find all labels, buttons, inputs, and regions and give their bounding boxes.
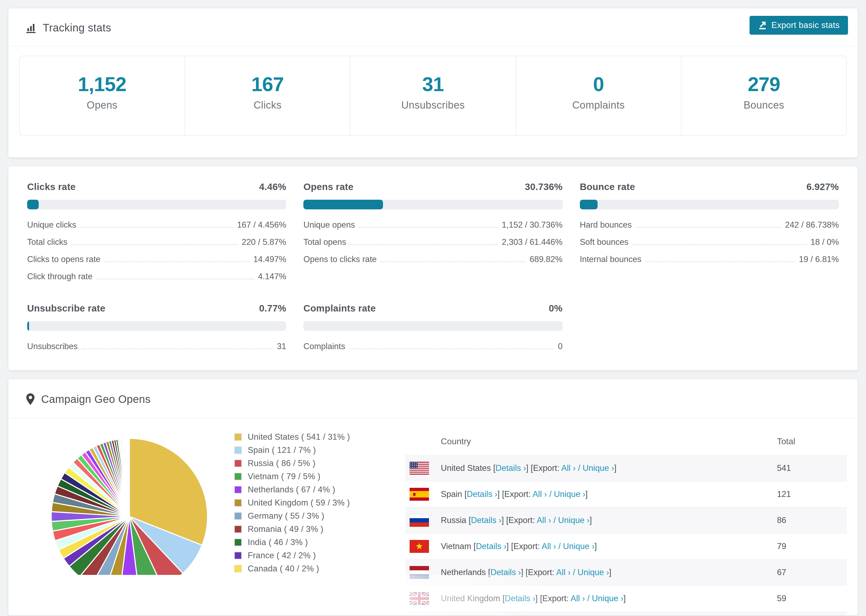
rate-row-value: 14.497% bbox=[254, 255, 286, 264]
dotted-leader bbox=[636, 227, 781, 228]
rate-row-label: Complaints bbox=[303, 342, 345, 351]
opens-rate-block: Opens rate30.736%Unique opens1,152 / 30.… bbox=[303, 181, 562, 281]
complaints-rate-title: Complaints rate bbox=[303, 303, 376, 314]
rate-detail-row-unsubscribes: Unsubscribes31 bbox=[27, 342, 286, 351]
bracket: ] [ bbox=[497, 489, 504, 499]
legend-swatch bbox=[234, 591, 242, 599]
stat-value: 279 bbox=[682, 73, 846, 96]
total-column-header: Total bbox=[777, 437, 847, 446]
bracket: ] bbox=[586, 489, 588, 499]
legend-item-france[interactable]: France ( 42 / 2% ) bbox=[234, 551, 395, 560]
legend-swatch bbox=[234, 605, 242, 612]
legend-swatch bbox=[234, 512, 242, 520]
legend-item-netherlands[interactable]: Netherlands ( 67 / 4% ) bbox=[234, 485, 395, 495]
legend-item-united-states[interactable]: United States ( 541 / 31% ) bbox=[234, 432, 395, 442]
tracking-stats-card: Tracking stats Export basic stats 1,152O… bbox=[8, 8, 858, 157]
unsubscribe-rate-block: Unsubscribe rate0.77%Unsubscribes31 bbox=[27, 303, 286, 351]
legend-label: Brazil ( 33 / 2% ) bbox=[248, 590, 311, 600]
rate-row-value: 1,152 / 30.736% bbox=[502, 220, 563, 230]
legend-label: Romania ( 49 / 3% ) bbox=[248, 524, 323, 534]
export-all-link[interactable]: All › bbox=[532, 489, 547, 499]
legend-item-india[interactable]: India ( 46 / 3% ) bbox=[234, 537, 395, 547]
legend-item-south-africa[interactable]: South Africa ( 29 / 2% ) bbox=[234, 603, 395, 613]
geo-country-cell: Russia [Details ›] [Export: All › / Uniq… bbox=[441, 515, 777, 525]
legend-label: Netherlands ( 67 / 4% ) bbox=[248, 485, 335, 495]
export-unique-link[interactable]: Unique › bbox=[583, 464, 614, 473]
bracket: ] bbox=[614, 464, 616, 473]
legend-label: India ( 46 / 3% ) bbox=[248, 537, 308, 547]
stat-cell-clicks: 167Clicks bbox=[184, 56, 350, 135]
export-basic-stats-button[interactable]: Export basic stats bbox=[749, 16, 848, 35]
legend-swatch bbox=[234, 460, 242, 467]
country-name: United Kingdom bbox=[441, 594, 502, 603]
bracket: ] [ bbox=[506, 542, 513, 551]
bounce-rate-progress-bar bbox=[580, 200, 839, 209]
details-link[interactable]: Details › bbox=[476, 542, 506, 551]
geo-country-cell: United States [Details ›] [Export: All ›… bbox=[441, 464, 777, 473]
legend-item-vietnam[interactable]: Vietnam ( 79 / 5% ) bbox=[234, 472, 395, 481]
dotted-leader bbox=[80, 227, 233, 228]
legend-item-brazil[interactable]: Brazil ( 33 / 2% ) bbox=[234, 590, 395, 600]
rate-detail-row-click-through-rate: Click through rate4.147% bbox=[27, 272, 286, 281]
geo-total-cell: 67 bbox=[777, 567, 847, 577]
export-unique-link[interactable]: Unique › bbox=[592, 594, 624, 603]
rate-detail-row-soft-bounces: Soft bounces18 / 0% bbox=[580, 237, 839, 247]
export-unique-link[interactable]: Unique › bbox=[563, 542, 594, 551]
export-unique-link[interactable]: Unique › bbox=[578, 567, 609, 577]
legend-swatch bbox=[234, 539, 242, 546]
export-all-link[interactable]: All › bbox=[561, 464, 576, 473]
country-name: Netherlands bbox=[441, 567, 488, 577]
legend-label: Spain ( 121 / 7% ) bbox=[248, 445, 316, 455]
rate-detail-row-internal-bounces: Internal bounces19 / 6.81% bbox=[580, 255, 839, 264]
stats-summary-row: 1,152Opens167Clicks31Unsubscribes0Compla… bbox=[19, 56, 847, 136]
stat-label: Complaints bbox=[516, 99, 681, 111]
legend-item-canada[interactable]: Canada ( 40 / 2% ) bbox=[234, 564, 395, 574]
export-word: Export: bbox=[533, 464, 561, 473]
country-name: Spain bbox=[441, 489, 464, 499]
bracket: ] [ bbox=[526, 464, 533, 473]
geo-total-cell: 121 bbox=[777, 489, 847, 499]
geo-total-cell: 59 bbox=[777, 594, 847, 603]
details-link[interactable]: Details › bbox=[495, 464, 526, 473]
geo-content: United States ( 541 / 31% )Spain ( 121 /… bbox=[8, 418, 858, 616]
export-unique-link[interactable]: Unique › bbox=[554, 489, 585, 499]
bounce-rate-value: 6.927% bbox=[806, 181, 839, 192]
legend-label: United States ( 541 / 31% ) bbox=[248, 432, 350, 442]
rate-row-value: 4.147% bbox=[258, 272, 286, 281]
rate-detail-row-unique-clicks: Unique clicks167 / 4.456% bbox=[27, 220, 286, 230]
details-link[interactable]: Details › bbox=[467, 489, 498, 499]
export-all-link[interactable]: All › bbox=[537, 515, 551, 525]
campaign-geo-opens-card: Campaign Geo Opens United States ( 541 /… bbox=[8, 379, 858, 616]
export-all-link[interactable]: All › bbox=[542, 542, 556, 551]
clicks-rate-rows: Unique clicks167 / 4.456%Total clicks220… bbox=[27, 220, 286, 281]
link-separator: / bbox=[551, 515, 558, 525]
legend-item-romania[interactable]: Romania ( 49 / 3% ) bbox=[234, 524, 395, 534]
rate-row-value: 19 / 6.81% bbox=[799, 255, 839, 264]
rate-row-value: 167 / 4.456% bbox=[237, 220, 287, 230]
export-all-link[interactable]: All › bbox=[556, 567, 570, 577]
export-all-link[interactable]: All › bbox=[570, 594, 585, 603]
legend-item-spain[interactable]: Spain ( 121 / 7% ) bbox=[234, 445, 395, 455]
bracket: ] [ bbox=[535, 594, 542, 603]
geo-row-partial bbox=[405, 611, 847, 616]
details-link[interactable]: Details › bbox=[471, 515, 502, 525]
geo-title: Campaign Geo Opens bbox=[41, 393, 151, 405]
legend-item-united-kingdom[interactable]: United Kingdom ( 59 / 3% ) bbox=[234, 498, 395, 508]
bracket: [ bbox=[464, 489, 467, 499]
rate-row-label: Opens to clicks rate bbox=[303, 255, 376, 264]
details-link[interactable]: Details › bbox=[505, 594, 535, 603]
link-separator: / bbox=[556, 542, 563, 551]
opens-rate-progress-fill bbox=[303, 200, 383, 209]
link-separator: / bbox=[547, 489, 554, 499]
export-unique-link[interactable]: Unique › bbox=[558, 515, 589, 525]
legend-item-germany[interactable]: Germany ( 55 / 3% ) bbox=[234, 511, 395, 521]
legend-label: Italy ( 36 / 2% ) bbox=[248, 577, 305, 587]
details-link[interactable]: Details › bbox=[490, 567, 521, 577]
unsubscribe-rate-value: 0.77% bbox=[259, 303, 287, 314]
geo-total-cell: 79 bbox=[777, 542, 847, 551]
legend-swatch bbox=[234, 473, 242, 480]
country-name: Russia bbox=[441, 515, 469, 525]
dotted-leader bbox=[381, 261, 526, 262]
legend-item-russia[interactable]: Russia ( 86 / 5% ) bbox=[234, 459, 395, 468]
legend-item-italy[interactable]: Italy ( 36 / 2% ) bbox=[234, 577, 395, 587]
